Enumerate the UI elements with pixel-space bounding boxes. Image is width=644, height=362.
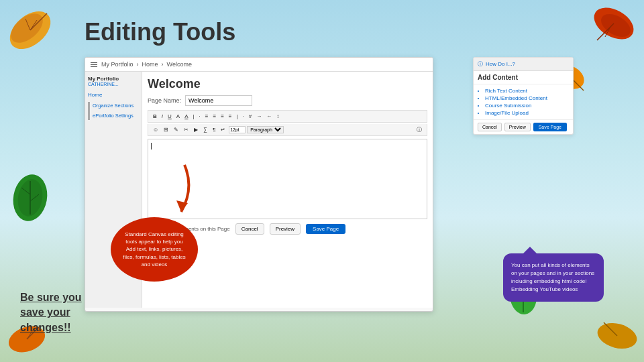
cancel-button[interactable]: Cancel — [235, 223, 264, 235]
help-icon: ⓘ — [478, 60, 483, 68]
leaf-mid-left — [7, 168, 54, 231]
unordered-list-button[interactable]: · — [241, 113, 246, 120]
divider2: | — [234, 113, 239, 120]
ordered-list-button[interactable]: # — [247, 113, 254, 120]
red-callout: Standard Canvas editing tools appear to … — [111, 217, 198, 282]
ac-preview-button[interactable]: Preview — [504, 123, 531, 131]
red-callout-text: Standard Canvas editing tools appear to … — [123, 231, 185, 267]
formula-button[interactable]: ∑ — [201, 126, 209, 133]
break-button[interactable]: ↵ — [219, 126, 227, 133]
sidebar-portfolio-title: My Portfolio — [88, 76, 139, 82]
format-select[interactable]: Paragraph Heading 1 Heading 2 — [247, 126, 284, 133]
nav-home: Home — [142, 61, 158, 68]
sidebar-settings-link[interactable]: ePortfolio Settings — [93, 112, 139, 119]
page-title: Editing Tools — [85, 18, 235, 46]
bottom-note: Be sure you save your changes!! — [20, 290, 82, 335]
divider1: | — [191, 113, 196, 120]
content-item-html[interactable]: HTML/Embedded Content — [478, 95, 569, 102]
font-color-button[interactable]: A — [174, 113, 182, 120]
sidebar-organize-link[interactable]: Organize Sections — [93, 102, 139, 109]
link-button[interactable]: ✎ — [172, 126, 180, 133]
align-right-button[interactable]: ≡ — [219, 113, 226, 120]
preview-button[interactable]: Preview — [270, 223, 301, 235]
bottom-note-line1: Be sure you — [20, 290, 82, 305]
sidebar-username: CATHERINE... — [88, 82, 139, 86]
italic-button[interactable]: I — [160, 113, 165, 120]
toolbar-row2: ☺ ⊞ ✎ ✂ ▶ ∑ ¶ ↵ Paragraph Heading 1 Head… — [148, 124, 427, 136]
pilcrow-button[interactable]: ¶ — [211, 126, 217, 133]
media-button[interactable]: ▶ — [192, 126, 200, 133]
align-justify-button[interactable]: ≡ — [227, 113, 234, 120]
content-item-rich-text[interactable]: Rich Text Content — [478, 87, 569, 95]
table-button[interactable]: ⊞ — [162, 126, 170, 133]
font-size-input[interactable] — [229, 126, 246, 133]
indent-button[interactable]: → — [254, 113, 264, 120]
page-name-label: Page Name: — [148, 97, 181, 104]
align-left-button[interactable]: ≡ — [203, 113, 211, 120]
bottom-note-line2: save your — [20, 305, 82, 320]
content-item-upload[interactable]: Image/File Upload — [478, 109, 569, 117]
image-button[interactable]: ✂ — [182, 126, 191, 133]
ac-cancel-button[interactable]: Cancel — [478, 123, 502, 131]
sidebar-section: Organize Sections ePortfolio Settings — [88, 102, 139, 120]
bottom-note-line3: changes!! — [20, 320, 82, 335]
superscript-button[interactable]: · — [197, 113, 203, 120]
red-arrow — [164, 162, 205, 218]
add-content-header: ⓘ How Do I...? — [474, 58, 573, 71]
nav-current: Welcome — [167, 61, 192, 68]
nav-portfolio: My Portfolio — [101, 61, 133, 68]
add-content-buttons: Cancel Preview Save Page — [474, 119, 573, 134]
underline-button[interactable]: U — [166, 113, 174, 120]
page-name-row: Page Name: — [148, 95, 427, 106]
bold-button[interactable]: B — [151, 113, 159, 120]
text-cursor — [151, 143, 152, 149]
editor-heading: Welcome — [148, 77, 427, 91]
help-button[interactable]: ⓘ — [415, 125, 424, 134]
how-do-i-label: How Do I...? — [486, 61, 515, 67]
add-content-title: Add Content — [474, 71, 573, 84]
outdent-button[interactable]: ← — [264, 113, 274, 120]
add-content-list: Rich Text Content HTML/Embedded Content … — [474, 84, 573, 119]
toolbar-row1: B I U A A | · ≡ ≡ ≡ ≡ | · # → ← ↕ — [148, 110, 427, 123]
add-content-panel: ⓘ How Do I...? Add Content Rich Text Con… — [473, 57, 574, 135]
page-name-input[interactable] — [185, 95, 252, 106]
content-item-submission[interactable]: Course Submission — [478, 102, 569, 109]
nav-bar: My Portfolio › Home › Welcome — [85, 58, 433, 72]
purple-callout: You can put all kinds of elements on you… — [503, 253, 604, 302]
menu-icon — [91, 62, 97, 67]
ac-save-button[interactable]: Save Page — [533, 123, 567, 131]
leaf-bottom-right — [590, 306, 644, 362]
more-button[interactable]: ↕ — [274, 113, 281, 120]
sidebar-home-link[interactable]: Home — [88, 90, 139, 99]
purple-callout-text: You can put all kinds of elements on you… — [511, 262, 594, 292]
highlight-button[interactable]: A — [182, 113, 190, 120]
save-button[interactable]: Save Page — [306, 224, 345, 234]
breadcrumb: My Portfolio › Home › Welcome — [101, 61, 192, 68]
emoji-button[interactable]: ☺ — [151, 126, 160, 133]
leaf-top-left — [0, 0, 60, 63]
align-center-button[interactable]: ≡ — [211, 113, 218, 120]
